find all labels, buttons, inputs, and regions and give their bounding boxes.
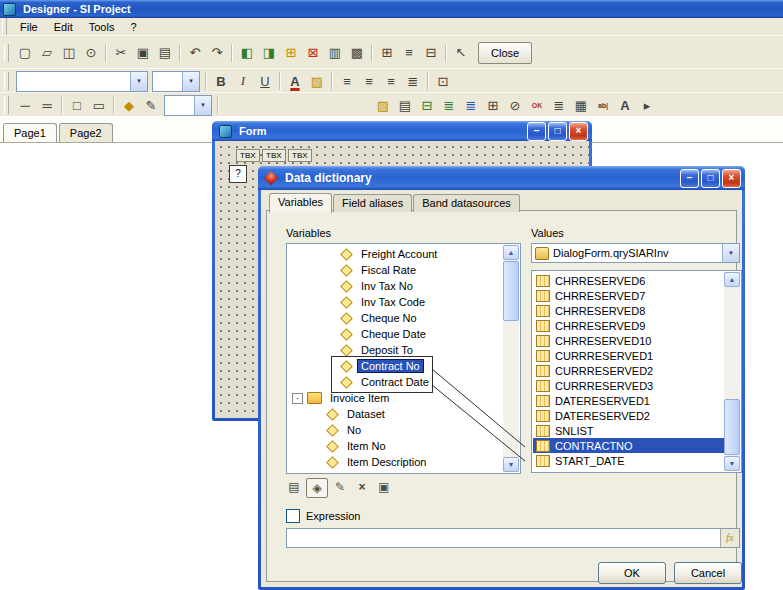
tree-item[interactable]: Cheque Date	[288, 326, 503, 342]
tree-item[interactable]: Inv Tax No	[288, 278, 503, 294]
maximize-button[interactable]: □	[701, 169, 720, 188]
preview-icon[interactable]: ⊙	[80, 43, 102, 63]
scroll-up-icon[interactable]: ▲	[503, 245, 519, 260]
band-icon[interactable]: ⊟	[416, 95, 438, 115]
grid-object-icon[interactable]: ▦	[570, 95, 592, 115]
expression-checkbox[interactable]	[286, 509, 300, 523]
pen-icon[interactable]: ✎	[140, 95, 162, 115]
value-item[interactable]: START_DATE	[533, 453, 724, 468]
close-button[interactable]: Close	[478, 42, 532, 64]
new-variable-icon[interactable]: ◈	[306, 478, 328, 498]
menu-file[interactable]: File	[12, 20, 46, 34]
new-report-icon[interactable]: ▢	[14, 43, 36, 63]
value-item[interactable]: CHRRESERVED6	[533, 273, 724, 288]
form-titlebar[interactable]: Form – □ ×	[212, 121, 592, 141]
tab-page1[interactable]: Page1	[3, 123, 57, 142]
value-item[interactable]: CHRRESERVED7	[533, 288, 724, 303]
minimize-button[interactable]: –	[680, 169, 699, 188]
rounded-rect-icon[interactable]: ▭	[88, 95, 110, 115]
menu-edit[interactable]: Edit	[46, 20, 81, 34]
font-object-icon[interactable]: A	[614, 95, 636, 115]
tree-item[interactable]: No	[288, 422, 503, 438]
new-category-icon[interactable]: ▤	[284, 478, 304, 496]
dropdown-arrow-icon[interactable]: ▼	[182, 72, 199, 91]
delete-page-icon[interactable]: ⊠	[302, 43, 324, 63]
copy-icon[interactable]: ▣	[132, 43, 154, 63]
menu-tools[interactable]: Tools	[81, 20, 123, 34]
grid-icon[interactable]: ⊞	[376, 43, 398, 63]
fill-color-icon[interactable]: ◆	[118, 95, 140, 115]
bold-icon[interactable]: B	[210, 71, 232, 91]
pointer-icon[interactable]: ▸	[636, 95, 658, 115]
scroll-up-icon[interactable]: ▲	[724, 272, 740, 287]
scroll-down-icon[interactable]: ▼	[724, 456, 740, 471]
textbox-icon[interactable]: ab|	[592, 95, 614, 115]
delete-variable-icon[interactable]: ×	[352, 478, 372, 496]
copy-variable-icon[interactable]: ▣	[374, 478, 394, 496]
value-item[interactable]: CHRRESERVED9	[533, 318, 724, 333]
italic-icon[interactable]: I	[232, 71, 254, 91]
cancel-button[interactable]: Cancel	[674, 562, 742, 584]
text-object-icon[interactable]: ▤	[394, 95, 416, 115]
expression-input[interactable]: fx	[286, 528, 740, 548]
paste-icon[interactable]: ▤	[154, 43, 176, 63]
cut-icon[interactable]: ✂	[110, 43, 132, 63]
highlight-object-icon[interactable]: ▨	[372, 95, 394, 115]
edit-variable-icon[interactable]: ✎	[330, 478, 350, 496]
tab-page2[interactable]: Page2	[59, 123, 113, 142]
memo-placeholder[interactable]: ?	[229, 165, 247, 183]
data-band-icon[interactable]: ≣	[438, 95, 460, 115]
font-size-combo[interactable]: ▼	[152, 71, 200, 92]
align-icon[interactable]: ≡	[398, 43, 420, 63]
tree-item[interactable]: Cheque No	[288, 310, 503, 326]
line-style-combo[interactable]: ▼	[164, 95, 212, 116]
value-item[interactable]: CHRRESERVED8	[533, 303, 724, 318]
align-left-icon[interactable]: ≡	[336, 71, 358, 91]
dropdown-arrow-icon[interactable]: ▼	[130, 72, 147, 91]
tree-item[interactable]: Dataset	[288, 406, 503, 422]
collapse-icon[interactable]: -	[292, 393, 303, 404]
close-window-button[interactable]: ×	[569, 122, 588, 141]
value-item[interactable]: DATERESERVED2	[533, 408, 724, 423]
tab-band-datasources[interactable]: Band datasources	[413, 194, 520, 212]
scroll-thumb[interactable]	[503, 261, 519, 321]
justify-icon[interactable]: ≣	[402, 71, 424, 91]
list-object-icon[interactable]: ≣	[548, 95, 570, 115]
datasource-combo[interactable]: DialogForm.qrySIARInv ▼	[531, 243, 740, 263]
tree-item[interactable]: Item No	[288, 438, 503, 454]
tab-variables[interactable]: Variables	[269, 193, 332, 213]
highlight-icon[interactable]: ▨	[306, 71, 328, 91]
scroll-thumb[interactable]	[724, 399, 740, 455]
tree-item[interactable]: Contract Date	[288, 374, 503, 390]
text-frame-icon[interactable]: ⊡	[432, 71, 454, 91]
underline-icon[interactable]: U	[254, 71, 276, 91]
value-item[interactable]: CURRRESERVED1	[533, 348, 724, 363]
minimize-button[interactable]: –	[527, 122, 546, 141]
value-item[interactable]: CURRRESERVED2	[533, 363, 724, 378]
value-item[interactable]: CHRRESERVED10	[533, 333, 724, 348]
value-item[interactable]: DATERESERVED1	[533, 393, 724, 408]
value-item-selected[interactable]: CONTRACTNO	[533, 438, 724, 453]
tree-item[interactable]: Deposit To	[288, 342, 503, 358]
maximize-button[interactable]: □	[548, 122, 567, 141]
line-icon[interactable]: ─	[14, 95, 36, 115]
page-settings-icon[interactable]: ▥	[324, 43, 346, 63]
tree-item[interactable]: -Invoice Item	[288, 390, 503, 406]
align-right-icon[interactable]: ≡	[380, 71, 402, 91]
values-scrollbar[interactable]: ▲ ▼	[724, 272, 740, 471]
scroll-down-icon[interactable]: ▼	[503, 457, 519, 472]
tab-field-aliases[interactable]: Field aliases	[333, 194, 412, 212]
variables-scrollbar[interactable]: ▲ ▼	[503, 245, 519, 472]
save-report-icon[interactable]: ◫	[58, 43, 80, 63]
dropdown-arrow-icon[interactable]: ▼	[722, 244, 739, 262]
group-icon[interactable]: ▩	[346, 43, 368, 63]
font-name-combo[interactable]: ▼	[16, 71, 148, 92]
dropdown-arrow-icon[interactable]: ▼	[194, 96, 211, 115]
font-color-icon[interactable]: A	[284, 71, 306, 91]
open-report-icon[interactable]: ▱	[36, 43, 58, 63]
value-item[interactable]: SNLIST	[533, 423, 724, 438]
table-object-icon[interactable]: ⊞	[482, 95, 504, 115]
send-to-back-icon[interactable]: ◨	[258, 43, 280, 63]
add-page-icon[interactable]: ⊞	[280, 43, 302, 63]
bring-to-front-icon[interactable]: ◧	[236, 43, 258, 63]
